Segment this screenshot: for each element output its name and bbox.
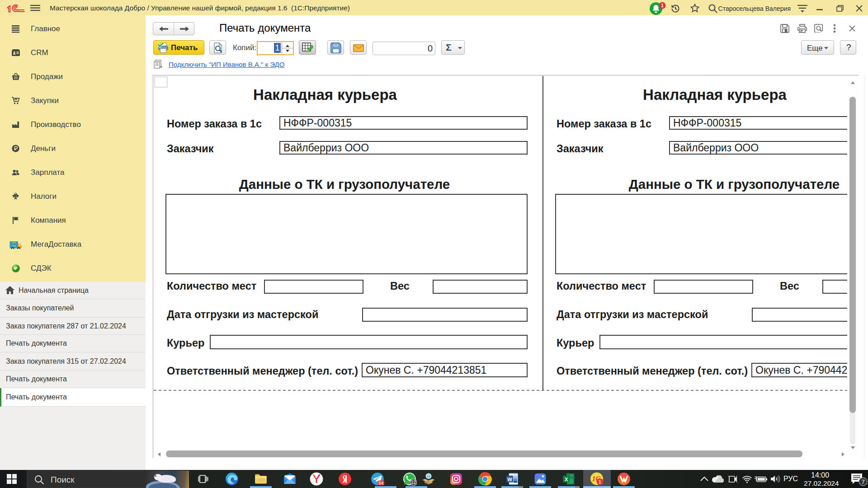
svg-text:12: 12 xyxy=(411,480,416,485)
svg-text:7: 7 xyxy=(861,479,864,485)
svg-text:X: X xyxy=(565,477,568,482)
svg-text:1: 1 xyxy=(599,479,601,484)
svg-text:1: 1 xyxy=(661,3,664,8)
svg-text:54: 54 xyxy=(379,480,384,485)
svg-text:W: W xyxy=(507,477,512,482)
